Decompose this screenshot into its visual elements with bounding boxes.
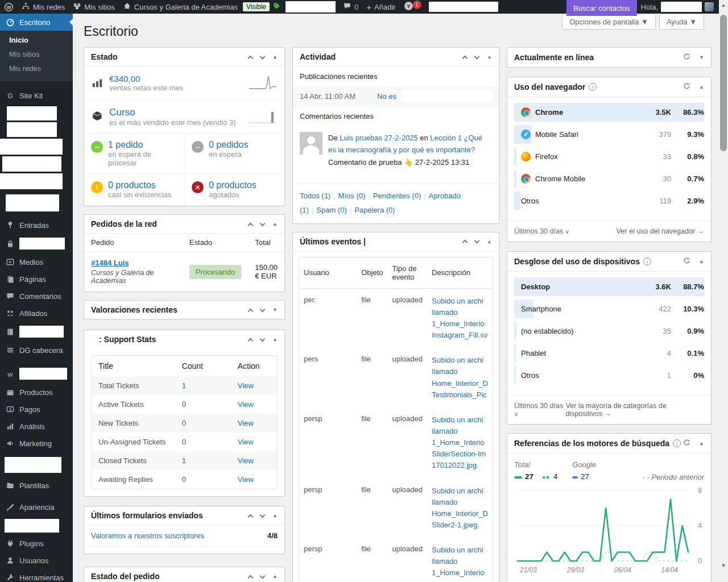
move-up-icon[interactable] (248, 514, 254, 519)
move-up-icon[interactable] (248, 55, 254, 61)
collapse-toggle[interactable]: ▲ (272, 336, 278, 342)
date-range-selector[interactable]: Últimos 30 días ∨ (514, 402, 565, 418)
sidebar-item-redacted[interactable] (0, 234, 73, 253)
view-link[interactable]: View (238, 400, 254, 409)
sidebar-item-herramientas[interactable]: Herramientas (0, 569, 73, 582)
browser-row[interactable]: Chrome 3.5K86.3% (514, 103, 704, 122)
wordpress-logo-icon[interactable]: W (0, 0, 18, 14)
browser-row[interactable]: Otros 1192.9% (514, 192, 704, 210)
post-link[interactable]: No es (377, 92, 396, 101)
refresh-icon[interactable] (682, 52, 691, 63)
form-entry-link[interactable]: Valoramos a nuestros suscriptores (91, 531, 204, 540)
view-link[interactable]: View (238, 475, 254, 484)
move-down-icon[interactable] (260, 573, 266, 579)
browser-row[interactable]: Firefox 330.8% (514, 147, 704, 166)
sidebar-item-dg-cabecera[interactable]: DG cabecera (0, 342, 73, 359)
new-content-menu[interactable]: + Añadir (362, 0, 399, 14)
sidebar-item-redacted[interactable] (0, 322, 73, 342)
view-device-categories-link[interactable]: Ver la mayoría de categorías de disposit… (565, 402, 704, 418)
move-down-icon[interactable] (474, 53, 480, 59)
sidebar-subitem-inicio[interactable]: Inicio (0, 33, 73, 47)
best-seller-link[interactable]: Curso (109, 107, 135, 118)
view-link[interactable]: View (238, 438, 254, 446)
comment-filter-link[interactable]: Todos (1) (300, 192, 330, 200)
move-up-icon[interactable] (248, 308, 254, 314)
redacted-sidebar-item[interactable] (0, 139, 63, 155)
browser-row[interactable]: Chrome Mobile 300.7% (514, 169, 704, 188)
sidebar-item-site-kit[interactable]: GSite Kit (0, 87, 73, 104)
stat-link[interactable]: 0 pedidos (209, 140, 248, 149)
yoast-menu[interactable]: Y 1 (400, 0, 425, 14)
collapse-toggle[interactable]: ▼ (272, 307, 278, 313)
sidebar-item-entradas[interactable]: Entradas (0, 217, 73, 234)
redacted-sidebar-item[interactable] (7, 122, 57, 137)
redacted-menu-item[interactable] (429, 2, 498, 12)
sidebar-item-comentarios[interactable]: Comentarios (0, 288, 73, 305)
screen-options-button[interactable]: Opciones de pantalla ▼ (562, 15, 656, 30)
collapse-toggle[interactable]: ▲ (272, 513, 278, 518)
info-icon[interactable]: i (643, 257, 651, 265)
move-up-icon[interactable] (248, 222, 254, 228)
my-networks-menu[interactable]: Mis redes (18, 0, 69, 14)
collapse-toggle[interactable]: ▲ (699, 259, 704, 264)
scroll-down-icon[interactable]: ▼ (719, 563, 728, 568)
move-down-icon[interactable] (260, 336, 266, 342)
comments-menu[interactable]: 0 (339, 0, 362, 14)
collapse-toggle[interactable]: ▲ (272, 221, 278, 227)
scrollbar-thumb[interactable] (720, 15, 727, 151)
sidebar-item-apariencia[interactable]: Apariencia (0, 498, 73, 516)
refresh-icon[interactable] (682, 256, 691, 267)
view-link[interactable]: View (238, 456, 254, 465)
move-down-icon[interactable] (260, 53, 266, 59)
help-button[interactable]: Ayuda ▼ (659, 15, 704, 30)
account-menu[interactable]: Hola, (637, 0, 718, 14)
scroll-up-icon[interactable]: ▲ (719, 2, 728, 8)
order-link[interactable]: #1484 Luis (91, 259, 129, 267)
browser-row[interactable]: Mobile Safari 3799.3% (514, 125, 704, 144)
comment-filter-link[interactable]: Míos (0) (338, 192, 366, 200)
move-down-icon[interactable] (260, 512, 266, 518)
sidebar-item-plantillas[interactable]: Plantillas (0, 477, 73, 494)
search-contacts-button[interactable]: Buscar contactos (566, 0, 637, 16)
redacted-sidebar-item[interactable] (5, 519, 59, 533)
comment-filter-link[interactable]: Spam (0) (316, 206, 346, 214)
sidebar-item-plugins[interactable]: Plugins (0, 535, 73, 552)
comment-author-link[interactable]: Luis pruebas 27-2-2025 (340, 134, 417, 142)
redacted-sidebar-item[interactable] (7, 106, 57, 120)
view-link[interactable]: View (238, 381, 254, 390)
refresh-icon[interactable] (682, 438, 691, 448)
collapse-toggle[interactable]: ▲ (487, 239, 492, 244)
redacted-sidebar-item[interactable] (5, 457, 61, 473)
sidebar-item-análisis[interactable]: Análisis (0, 418, 73, 435)
collapse-toggle[interactable]: ▲ (699, 440, 704, 446)
redacted-sidebar-item[interactable] (0, 173, 63, 189)
move-down-icon[interactable] (260, 221, 266, 226)
collapse-toggle[interactable]: ▲ (487, 54, 492, 60)
move-up-icon[interactable] (248, 575, 254, 580)
sidebar-item-productos[interactable]: Productos (0, 384, 73, 401)
sidebar-item-afiliados[interactable]: Afiliados (0, 305, 73, 322)
collapse-toggle[interactable]: ▼ (699, 55, 704, 60)
device-row[interactable]: Desktop 3.6K88.7% (514, 277, 704, 296)
sidebar-subitem-mis-sitios[interactable]: Mis sitios (0, 47, 73, 61)
move-up-icon[interactable] (248, 338, 254, 343)
redacted-sidebar-item[interactable] (6, 194, 59, 211)
sidebar-subitem-mis-redes[interactable]: Mis redes (0, 61, 73, 76)
move-up-icon[interactable] (462, 240, 468, 246)
sidebar-item-páginas[interactable]: Páginas (0, 271, 73, 288)
device-row[interactable]: Smartphone 42210.3% (514, 300, 704, 318)
collapse-toggle[interactable]: ▲ (699, 84, 704, 90)
refresh-icon[interactable] (682, 82, 691, 92)
device-row[interactable]: Otros 10% (514, 366, 704, 385)
sidebar-item-medios[interactable]: Medios (0, 253, 73, 271)
device-row[interactable]: (no establecido) 350.9% (514, 322, 704, 340)
collapse-toggle[interactable]: ▲ (272, 573, 278, 579)
net-sales-link[interactable]: €340,00 (109, 74, 140, 84)
sidebar-item-usuarios[interactable]: Usuarios (0, 552, 73, 569)
sidebar-item-pagos[interactable]: $Pagos (0, 401, 73, 418)
sidebar-item-marketing[interactable]: Marketing (0, 435, 73, 452)
date-range-selector[interactable]: Últimos 30 días ∨ (514, 227, 569, 235)
sidebar-item-redacted[interactable]: w (0, 364, 73, 384)
view-browser-usage-link[interactable]: Ver el uso del navegador → (617, 227, 704, 235)
move-up-icon[interactable] (462, 55, 468, 61)
